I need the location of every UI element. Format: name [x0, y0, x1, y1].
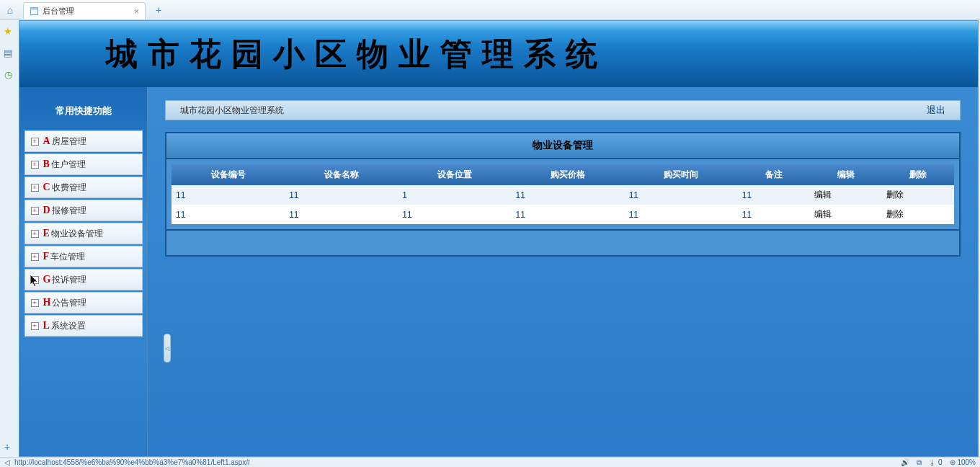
browser-side-iconbar: ★ ▤ ◷ [1, 20, 19, 81]
sound-icon[interactable]: 🔊 [901, 458, 909, 466]
panel-footer [166, 231, 959, 255]
sidebar-item-notice[interactable]: +H公告管理 [24, 292, 143, 313]
sidebar-item-label: 投诉管理 [52, 274, 86, 286]
sidebar-item-settings[interactable]: +L系统设置 [24, 315, 143, 337]
cell-remark: 11 [738, 185, 810, 205]
close-icon[interactable]: × [134, 6, 139, 17]
cell-time: 11 [625, 185, 738, 205]
sidebar-item-label: 公告管理 [52, 297, 86, 309]
sidebar-item-label: 系统设置 [51, 320, 86, 332]
main-content: 城市花园小区物业管理系统 退出 物业设备管理 设备编号 设备名称 [148, 87, 978, 456]
cell-name: 11 [285, 205, 398, 224]
sidebar-item-label: 车位管理 [50, 251, 85, 263]
col-remark: 备注 [738, 164, 810, 185]
expand-icon[interactable]: + [31, 253, 39, 261]
sidebar-item-label: 报修管理 [52, 205, 86, 217]
sidebar-item-complaint[interactable]: +G投诉管理 [24, 269, 143, 290]
breadcrumb-bar: 城市花园小区物业管理系统 退出 [165, 100, 961, 120]
equipment-table: 设备编号 设备名称 设备位置 购买价格 购买时间 备注 编辑 删除 [172, 164, 954, 224]
expand-icon[interactable]: + [31, 299, 39, 307]
add-button[interactable]: + [4, 441, 10, 453]
col-edit: 编辑 [810, 164, 882, 185]
col-equipment-name: 设备名称 [285, 164, 398, 185]
sidebar: 常用快捷功能 +A房屋管理 +B住户管理 +C收费管理 +D报修管理 +E物业设… [19, 87, 148, 456]
cell-location: 11 [398, 205, 511, 224]
edit-link[interactable]: 编辑 [814, 190, 832, 200]
home-icon[interactable]: ⌂ [3, 3, 17, 17]
app-banner: 城市花园小区物业管理系统 [19, 21, 978, 87]
status-url: http://localhost:4558/%e6%ba%90%e4%bb%a3… [14, 458, 250, 466]
new-tab-button[interactable]: + [151, 3, 166, 17]
breadcrumb: 城市花园小区物业管理系统 [180, 104, 284, 117]
bookmark-icon[interactable]: ▤ [1, 46, 14, 59]
window-icon[interactable]: ⧉ [917, 458, 922, 467]
cell-price: 11 [512, 205, 625, 224]
table-row: 11 11 11 11 11 11 编辑 删除 [172, 205, 954, 224]
table-row: 11 11 1 11 11 11 编辑 删除 [172, 185, 954, 205]
sidebar-item-equipment[interactable]: +E物业设备管理 [24, 223, 143, 244]
delete-link[interactable]: 删除 [886, 190, 904, 200]
col-equipment-location: 设备位置 [398, 164, 511, 185]
clock-icon[interactable]: ◷ [1, 68, 14, 81]
app-title: 城市花园小区物业管理系统 [106, 33, 607, 76]
back-icon[interactable]: ◁ [4, 458, 10, 466]
sidebar-item-repair[interactable]: +D报修管理 [24, 200, 143, 221]
edit-link[interactable]: 编辑 [814, 209, 832, 219]
sidebar-menu: +A房屋管理 +B住户管理 +C收费管理 +D报修管理 +E物业设备管理 +F车… [24, 130, 143, 337]
sidebar-title: 常用快捷功能 [55, 104, 112, 117]
cell-name: 11 [285, 185, 398, 205]
sidebar-item-parking[interactable]: +F车位管理 [24, 246, 143, 267]
cell-remark: 11 [738, 205, 810, 224]
tab-title: 后台管理 [43, 6, 74, 17]
sidebar-item-label: 住户管理 [51, 159, 86, 171]
panel-body: 设备编号 设备名称 设备位置 购买价格 购买时间 备注 编辑 删除 [166, 159, 959, 231]
table-header-row: 设备编号 设备名称 设备位置 购买价格 购买时间 备注 编辑 删除 [172, 164, 954, 185]
cell-location: 1 [398, 185, 511, 205]
page-icon [30, 7, 38, 16]
expand-icon[interactable]: + [31, 276, 39, 284]
star-icon[interactable]: ★ [1, 25, 14, 37]
expand-icon[interactable]: + [31, 230, 39, 238]
sidebar-item-label: 房屋管理 [52, 135, 86, 148]
cell-id: 11 [172, 205, 285, 224]
sidebar-item-resident[interactable]: +B住户管理 [24, 154, 143, 175]
delete-link[interactable]: 删除 [886, 209, 904, 219]
col-purchase-time: 购买时间 [625, 164, 738, 185]
download-icon[interactable]: ⭳ 0 [929, 458, 942, 466]
cell-time: 11 [625, 205, 738, 224]
cell-id: 11 [172, 185, 285, 205]
zoom-control[interactable]: ⊕ 100% [950, 458, 976, 466]
cell-price: 11 [512, 185, 625, 205]
app-body: 常用快捷功能 +A房屋管理 +B住户管理 +C收费管理 +D报修管理 +E物业设… [19, 87, 978, 456]
panel-title: 物业设备管理 [166, 133, 959, 159]
expand-icon[interactable]: + [31, 207, 39, 215]
expand-icon[interactable]: + [31, 322, 39, 330]
app-container: 城市花园小区物业管理系统 常用快捷功能 +A房屋管理 +B住户管理 +C收费管理… [19, 20, 979, 457]
sidebar-item-label: 物业设备管理 [51, 228, 103, 240]
col-purchase-price: 购买价格 [512, 164, 625, 185]
browser-tab[interactable]: 后台管理 × [23, 2, 146, 19]
col-equipment-id: 设备编号 [172, 164, 285, 185]
expand-icon[interactable]: + [31, 184, 39, 192]
sidebar-item-fee[interactable]: +C收费管理 [24, 177, 143, 198]
sidebar-item-label: 收费管理 [52, 182, 86, 194]
status-bar: ◁ http://localhost:4558/%e6%ba%90%e4%bb%… [0, 457, 980, 467]
logout-link[interactable]: 退出 [927, 104, 945, 117]
browser-tab-bar: ⌂ 后台管理 × + [0, 0, 980, 20]
expand-icon[interactable]: + [31, 138, 39, 146]
svg-rect-1 [30, 8, 37, 10]
sidebar-item-house[interactable]: +A房屋管理 [24, 130, 143, 152]
col-delete: 删除 [882, 164, 954, 185]
expand-icon[interactable]: + [31, 161, 39, 169]
equipment-panel: 物业设备管理 设备编号 设备名称 设备位置 购买价格 购买时间 [165, 132, 961, 257]
